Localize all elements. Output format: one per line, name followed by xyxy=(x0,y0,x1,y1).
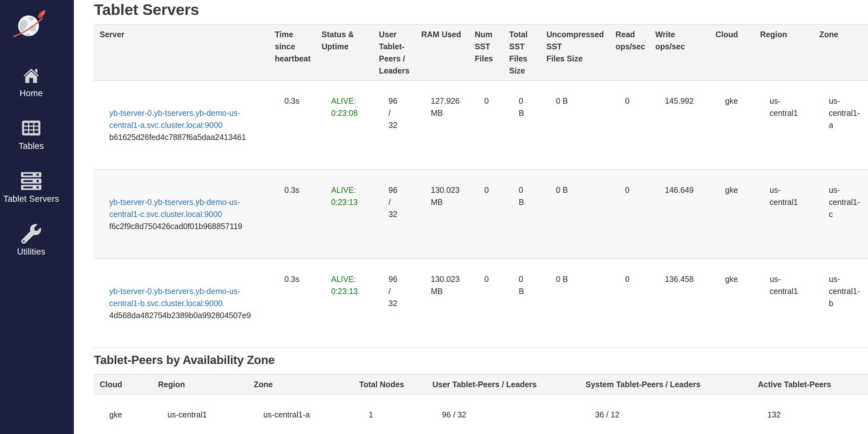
total-nodes-cell: 1 xyxy=(353,394,427,434)
region-cell: us-central1 xyxy=(152,394,248,434)
column-header-server: Server xyxy=(94,25,269,80)
column-header-num-sst-files: Num SST Files xyxy=(469,25,503,80)
table-row: yb-tserver-0.yb-tservers.yb-demo-us- cen… xyxy=(94,259,868,348)
az-header-row: Cloud Region Zone Total Nodes User Table… xyxy=(94,374,868,394)
column-header-user-tablet-peers: User Tablet-Peers / Leaders xyxy=(427,374,580,394)
sidebar-item-label: Utilities xyxy=(17,246,45,257)
column-header-ram-used: RAM Used xyxy=(415,25,469,80)
sidebar-nav: Home xyxy=(0,66,62,257)
heartbeat-cell: 0.3s xyxy=(269,80,316,170)
planet-rocket-logo-icon xyxy=(12,6,50,38)
home-icon xyxy=(23,66,40,85)
server-uuid: 4d568da482754b2389b0a992804507e9 xyxy=(109,309,266,321)
server-cell: yb-tserver-0.yb-tservers.yb-demo-us- cen… xyxy=(94,259,269,348)
column-header-zone: Zone xyxy=(813,25,868,80)
tablet-peers-by-az-table: Cloud Region Zone Total Nodes User Table… xyxy=(94,374,868,434)
column-header-system-tablet-peers: System Tablet-Peers / Leaders xyxy=(580,374,752,394)
ram-used-cell: 130.023 MB xyxy=(415,259,469,348)
num-sst-files-cell: 0 xyxy=(469,170,503,259)
server-uuid: b61625d26fed4c7887f6a5daa2413461 xyxy=(109,131,266,143)
column-header-user-tablet-peers: User Tablet- Peers / Leaders xyxy=(373,25,415,80)
column-header-time-since-heartbeat: Time since heartbeat xyxy=(269,25,316,80)
yugabytedb-logo[interactable] xyxy=(0,6,62,38)
cloud-cell: gke xyxy=(710,170,754,259)
active-tablet-peers-cell: 132 xyxy=(752,394,868,434)
column-header-cloud: Cloud xyxy=(94,374,152,394)
ram-used-cell: 127.926 MB xyxy=(415,80,469,170)
zone-cell: us- central1- a xyxy=(813,80,868,170)
column-header-read-ops: Read ops/sec xyxy=(610,25,650,80)
tablet-servers-icon xyxy=(21,172,42,190)
column-header-cloud: Cloud xyxy=(710,25,754,80)
tables-icon xyxy=(22,119,40,137)
total-sst-size-cell: 0 B xyxy=(503,259,541,348)
num-sst-files-cell: 0 xyxy=(469,259,503,348)
server-link[interactable]: yb-tserver-0.yb-tservers.yb-demo-us- cen… xyxy=(109,287,240,308)
column-header-total-sst-size: Total SST Files Size xyxy=(503,25,541,80)
main-content: Tablet Servers Server Time since heartbe… xyxy=(74,0,868,434)
tablet-servers-header-row: Server Time since heartbeat Status & Upt… xyxy=(94,25,868,80)
uncompressed-sst-size-cell: 0 B xyxy=(541,170,610,259)
num-sst-files-cell: 0 xyxy=(469,80,503,170)
region-cell: us- central1 xyxy=(754,259,813,348)
sidebar-item-label: Home xyxy=(20,88,43,99)
table-row: yb-tserver-0.yb-tservers.yb-demo-us- cen… xyxy=(94,80,868,170)
uncompressed-sst-size-cell: 0 B xyxy=(541,80,610,170)
write-ops-cell: 145.992 xyxy=(650,80,710,170)
uncompressed-sst-size-cell: 0 B xyxy=(541,259,610,348)
column-header-region: Region xyxy=(152,374,248,394)
server-link[interactable]: yb-tserver-0.yb-tservers.yb-demo-us- cen… xyxy=(109,108,240,130)
column-header-uncompressed-sst-size: Uncompressed SST Files Size xyxy=(541,25,610,80)
heartbeat-cell: 0.3s xyxy=(269,259,316,348)
cloud-cell: gke xyxy=(710,259,754,348)
user-tablet-peers-cell: 96 / 32 xyxy=(373,170,415,259)
ram-used-cell: 130.023 MB xyxy=(415,170,469,259)
server-cell: yb-tserver-0.yb-tservers.yb-demo-us- cen… xyxy=(94,170,269,259)
column-header-region: Region xyxy=(754,25,813,80)
sidebar-item-utilities[interactable]: Utilities xyxy=(0,225,62,257)
cloud-cell: gke xyxy=(710,80,754,170)
read-ops-cell: 0 xyxy=(610,170,650,259)
server-link[interactable]: yb-tserver-0.yb-tservers.yb-demo-us- cen… xyxy=(109,198,240,219)
user-tablet-peers-cell: 96 / 32 xyxy=(427,394,580,434)
sidebar-item-label: Tables xyxy=(19,141,43,152)
user-tablet-peers-cell: 96 / 32 xyxy=(373,259,415,348)
write-ops-cell: 136.458 xyxy=(650,259,710,348)
table-row: gke us-central1 us-central1-a 1 96 / 32 … xyxy=(94,394,868,434)
column-header-total-nodes: Total Nodes xyxy=(353,374,427,394)
system-tablet-peers-cell: 36 / 12 xyxy=(580,394,752,434)
server-uuid: f6c2f9c8d750426cad0f01b968857119 xyxy=(109,220,266,232)
region-cell: us- central1 xyxy=(754,170,813,259)
read-ops-cell: 0 xyxy=(610,80,650,170)
column-header-zone: Zone xyxy=(248,374,353,394)
sidebar-item-home[interactable]: Home xyxy=(0,66,62,99)
column-header-active-tablet-peers: Active Tablet-Peers xyxy=(752,374,868,394)
table-row: yb-tserver-0.yb-tservers.yb-demo-us- cen… xyxy=(94,170,868,259)
column-header-write-ops: Write ops/sec xyxy=(650,25,710,80)
app-window: Home xyxy=(0,0,868,434)
section-title-tablet-peers-by-az: Tablet-Peers by Availability Zone xyxy=(94,353,868,367)
zone-cell: us- central1- c xyxy=(813,170,868,259)
page-title: Tablet Servers xyxy=(94,1,868,19)
heartbeat-cell: 0.3s xyxy=(269,170,316,259)
tablet-servers-table: Server Time since heartbeat Status & Upt… xyxy=(94,24,868,348)
user-tablet-peers-cell: 96 / 32 xyxy=(373,80,415,170)
sidebar-item-label: Tablet Servers xyxy=(3,194,59,204)
write-ops-cell: 146.649 xyxy=(650,170,710,259)
status-cell: ALIVE: 0:23:08 xyxy=(316,80,373,170)
zone-cell: us- central1- b xyxy=(813,259,868,348)
region-cell: us- central1 xyxy=(754,80,813,170)
server-cell: yb-tserver-0.yb-tservers.yb-demo-us- cen… xyxy=(94,80,269,170)
total-sst-size-cell: 0 B xyxy=(503,80,541,170)
read-ops-cell: 0 xyxy=(610,259,650,348)
sidebar: Home xyxy=(0,0,74,434)
cloud-cell: gke xyxy=(94,394,152,434)
zone-cell: us-central1-a xyxy=(248,394,353,434)
sidebar-item-tablet-servers[interactable]: Tablet Servers xyxy=(0,172,62,204)
status-cell: ALIVE: 0:23:13 xyxy=(316,259,373,348)
status-cell: ALIVE: 0:23:13 xyxy=(316,170,373,259)
utilities-icon xyxy=(21,225,41,243)
total-sst-size-cell: 0 B xyxy=(503,170,541,259)
sidebar-item-tables[interactable]: Tables xyxy=(0,119,62,152)
column-header-status-uptime: Status & Uptime xyxy=(316,25,373,80)
